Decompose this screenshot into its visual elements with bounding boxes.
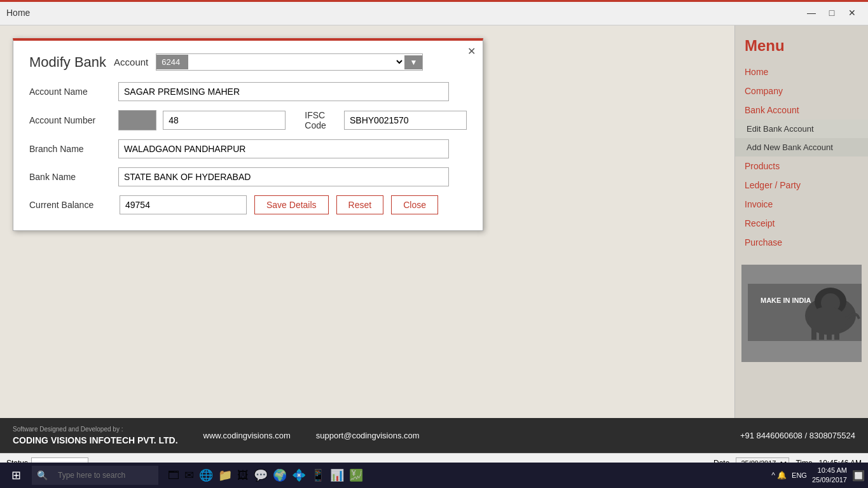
reset-button[interactable]: Reset [336,195,384,214]
taskbar-time: 10:45 AM 25/09/2017 [812,466,847,485]
sidebar-item-company[interactable]: Company [735,81,868,101]
search-icon: 🔍 [37,470,48,480]
notifications-icon[interactable]: 🔲 [852,470,865,482]
close-window-button[interactable]: ✕ [843,3,862,22]
minimize-button[interactable]: — [802,3,821,22]
account-prefix: 6244 [156,55,188,69]
sidebar-item-invoice[interactable]: Invoice [735,195,868,214]
account-label: Account [114,57,148,67]
ifsc-label: IFSC Code [305,110,338,130]
currency-icon[interactable]: 💹 [349,468,363,482]
svg-rect-8 [827,327,832,340]
dialog-area: ✕ Modify Bank Account 6244 ▼ Account Nam… [0,25,734,418]
account-select[interactable] [188,54,404,70]
app-icon[interactable]: 📊 [330,468,344,482]
sidebar-item-home[interactable]: Home [735,62,868,81]
lang-indicator: ENG [792,471,807,479]
folder-icon[interactable]: 📁 [218,468,232,482]
svg-text:MAKE IN INDIA: MAKE IN INDIA [761,296,811,304]
sidebar-item-ledger-party[interactable]: Ledger / Party [735,176,868,195]
whatsapp-icon[interactable]: 💬 [254,468,268,482]
account-name-label: Account Name [29,87,112,97]
branch-name-row: Branch Name [29,139,467,158]
modal-header: Modify Bank Account 6244 ▼ [29,53,467,71]
footer: Software Designed and Developed by : COD… [0,418,868,453]
modify-bank-modal: ✕ Modify Bank Account 6244 ▼ Account Nam… [13,38,483,231]
account-select-wrapper: 6244 ▼ [156,53,423,71]
current-balance-label: Current Balance [29,200,112,210]
taskbar-date-value: 25/09/2017 [812,475,847,485]
sidebar-item-edit-bank-account[interactable]: Edit Bank Account [735,120,868,138]
account-number-prefix [118,110,156,130]
sidebar-item-receipt[interactable]: Receipt [735,214,868,233]
modal-close-button[interactable]: ✕ [465,45,478,57]
footer-company-info: Software Designed and Developed by : COD… [13,424,178,447]
modal-title: Modify Bank [29,54,106,71]
account-name-row: Account Name [29,82,467,101]
taskbar-icons: 🗔 ✉ 🌐 📁 🖼 💬 🌍 💠 📱 📊 💹 [168,468,363,482]
footer-website: www.codingvisions.com [203,431,291,440]
bank-name-label: Bank Name [29,172,112,182]
ifsc-input[interactable] [344,111,467,130]
account-number-label: Account Number [29,115,112,125]
footer-company-name: CODING VISIONS INFOTECH PVT. LTD. [13,434,178,447]
window-controls: — □ ✕ [802,3,862,22]
make-india-banner: MAKE IN INDIA [741,265,862,362]
bank-name-input[interactable] [118,167,449,186]
sidebar-item-purchase[interactable]: Purchase [735,233,868,252]
title-bar: Home — □ ✕ [0,0,868,25]
sidebar-item-add-new-bank-account[interactable]: Add New Bank Account [735,138,868,157]
maximize-button[interactable]: □ [822,3,841,22]
chrome-icon[interactable]: 🌍 [273,468,287,482]
mail-icon[interactable]: ✉ [184,468,194,482]
save-details-button[interactable]: Save Details [254,195,329,214]
photos-icon[interactable]: 🖼 [237,469,249,482]
account-number-input[interactable] [163,111,286,130]
account-dropdown-button[interactable]: ▼ [404,55,422,69]
sidebar-item-bank-account[interactable]: Bank Account [735,101,868,120]
menu-title: Menu [735,32,868,62]
taskbar-right: ^ 🔔 ENG 10:45 AM 25/09/2017 🔲 [771,466,865,485]
taskbar-search-input[interactable] [52,466,153,485]
svg-rect-9 [834,327,839,340]
task-view-icon[interactable]: 🗔 [168,469,179,482]
taskbar-time-value: 10:45 AM [812,466,847,475]
main-area: ✕ Modify Bank Account 6244 ▼ Account Nam… [0,25,868,418]
footer-support: support@codingvisions.com [316,431,420,440]
branch-name-input[interactable] [118,139,449,158]
footer-phone: +91 8446060608 / 8308075524 [740,431,855,440]
sidebar-item-products[interactable]: Products [735,157,868,176]
search-bar[interactable]: 🔍 [32,466,158,485]
close-button[interactable]: Close [391,195,438,214]
system-tray-icons: ^ 🔔 [771,471,787,480]
balance-and-buttons-row: Current Balance Save Details Reset Close [29,195,467,214]
skype-icon[interactable]: 💠 [292,468,306,482]
app-title: Home [6,8,30,18]
account-number-row: Account Number IFSC Code [29,110,467,130]
footer-designed-by: Software Designed and Developed by : [13,424,178,434]
make-india-graphic: MAKE IN INDIA [748,284,862,341]
bank-name-row: Bank Name [29,167,467,186]
account-name-input[interactable] [118,82,449,101]
svg-rect-7 [819,327,824,340]
svg-rect-6 [811,327,816,340]
right-sidebar: Menu Home Company Bank Account Edit Bank… [734,25,868,418]
branch-name-label: Branch Name [29,144,112,154]
browser-icon[interactable]: 🌐 [199,468,213,482]
start-button[interactable]: ⊞ [3,464,29,487]
taskbar: ⊞ 🔍 🗔 ✉ 🌐 📁 🖼 💬 🌍 💠 📱 📊 💹 ^ 🔔 ENG 10:45 … [0,463,868,488]
current-balance-input[interactable] [120,195,247,214]
phone-icon[interactable]: 📱 [311,468,325,482]
